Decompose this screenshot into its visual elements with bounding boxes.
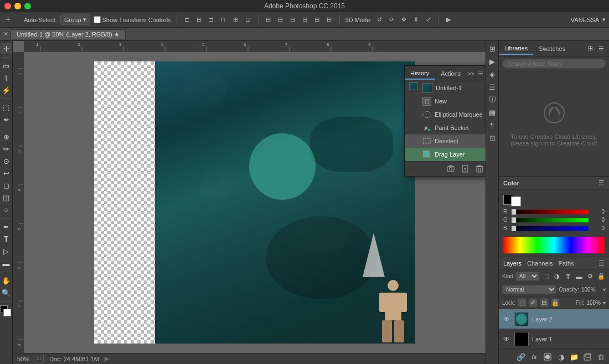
spot-heal-tool[interactable]: ⊕ [1, 131, 12, 142]
layer-visibility-toggle[interactable]: 👁 [502, 315, 511, 324]
r-thumb[interactable] [511, 209, 517, 215]
fill-chevron[interactable]: ▾ [603, 300, 606, 306]
adjustment-filter-icon[interactable]: ◑ [553, 272, 561, 281]
shape-tool[interactable]: ▬ [1, 258, 12, 269]
fx-button[interactable]: fx [529, 352, 539, 362]
style-icon[interactable]: ⊡ [487, 132, 498, 143]
pixel-filter-icon[interactable]: ⬚ [541, 272, 550, 281]
group-select[interactable]: Group ▾ [60, 14, 90, 25]
tab-channels[interactable]: Channels [527, 260, 553, 267]
history-item-new[interactable]: ☐ New [405, 95, 486, 108]
path-select-tool[interactable]: ▷ [1, 246, 12, 257]
b-thumb[interactable] [511, 225, 517, 232]
maximize-button[interactable] [24, 3, 31, 9]
clone-tool[interactable]: ⊙ [1, 155, 12, 167]
zoom-icon[interactable]: ⛶ [35, 355, 44, 363]
history-item-drag[interactable]: Drag Layer [405, 148, 486, 161]
history-item-paint[interactable]: Paint Bucket [405, 121, 486, 134]
r-slider[interactable] [511, 210, 589, 214]
align-center-h-icon[interactable]: ⊟ [195, 15, 204, 24]
new-group-button[interactable]: 📁 [569, 352, 579, 362]
panel-options-icon[interactable]: ☰ [477, 70, 484, 77]
align-right-icon[interactable]: ⊐ [207, 15, 216, 24]
ocean-layer[interactable] [155, 61, 415, 344]
layer-item[interactable]: 👁 Layer 1 [499, 329, 609, 349]
fg-bg-colors[interactable] [0, 305, 12, 318]
list-view-icon[interactable]: ☰ [597, 44, 606, 53]
layer-visibility-toggle[interactable]: 👁 [502, 335, 511, 344]
pen-tool[interactable]: ✒ [1, 221, 12, 232]
dodge-tool[interactable]: ○ [1, 204, 12, 215]
move-tool[interactable]: ✛ [1, 43, 12, 54]
adjustments-icon[interactable]: ◈ [487, 69, 498, 80]
history-item-deselect[interactable]: Deselect [405, 134, 486, 148]
delete-layer-button[interactable]: 🗑 [596, 352, 606, 362]
doc-close-icon[interactable]: ✕ [3, 30, 8, 38]
channels-icon[interactable]: ☰ [487, 81, 498, 92]
background-color[interactable] [3, 309, 11, 316]
new-adjustment-button[interactable]: ◑ [556, 352, 566, 362]
color-spectrum-bar[interactable] [503, 237, 605, 253]
search-input[interactable] [502, 59, 606, 69]
distribute-middle-icon[interactable]: ⊟ [313, 15, 322, 24]
tab-actions[interactable]: Actions [435, 68, 467, 79]
distribute-bottom-icon[interactable]: ⊟ [325, 15, 334, 24]
new-snapshot-button[interactable] [446, 164, 456, 174]
history-item-source[interactable]: Untitled-1 [405, 81, 486, 95]
blend-mode-select[interactable]: Normal [502, 285, 556, 294]
tab-layers[interactable]: Layers [503, 260, 522, 267]
align-left-icon[interactable]: ⊏ [183, 15, 192, 24]
distribute-right-icon[interactable]: ⊟ [288, 15, 297, 24]
3d-roll-icon[interactable]: ⟳ [387, 15, 396, 24]
marquee-tool[interactable]: ▭ [1, 60, 12, 71]
canvas-document[interactable] [94, 61, 415, 344]
color-panel-menu[interactable]: ☰ [598, 179, 605, 187]
distribute-center-icon[interactable]: ⊟ [276, 15, 285, 24]
histogram-icon[interactable]: ▦ [487, 107, 498, 118]
3d-slide-icon[interactable]: ⇕ [411, 15, 420, 24]
video-icon[interactable]: ▶ [444, 15, 453, 24]
tab-paths[interactable]: Paths [559, 260, 574, 267]
distribute-left-icon[interactable]: ⊟ [264, 15, 273, 24]
align-middle-icon[interactable]: ⊞ [231, 15, 240, 24]
gradient-tool[interactable]: ◫ [1, 192, 12, 203]
3d-pan-icon[interactable]: ✥ [399, 15, 408, 24]
b-slider[interactable] [511, 226, 589, 231]
background-swatch[interactable] [511, 196, 521, 206]
3d-scale-icon[interactable]: ⤢ [424, 15, 432, 24]
move-tool-icon[interactable]: ✛ [3, 15, 12, 24]
g-slider[interactable] [511, 218, 589, 222]
play-icon[interactable]: ▶ [487, 56, 498, 67]
show-transform-checkbox[interactable] [94, 16, 101, 23]
opacity-chevron[interactable]: ▾ [603, 287, 606, 293]
hand-tool[interactable]: ✋ [1, 275, 12, 286]
magic-wand-tool[interactable]: ⚡ [1, 85, 12, 96]
lasso-tool[interactable]: ⌇ [1, 72, 12, 84]
zoom-tool[interactable]: 🔍 [1, 287, 12, 298]
tab-swatches[interactable]: Swatches [533, 43, 571, 54]
history-item-marquee[interactable]: Elliptical Marquee [405, 108, 486, 121]
close-button[interactable] [4, 3, 11, 9]
smart-filter-icon[interactable]: ⚙ [586, 272, 595, 281]
text-tool[interactable]: T [1, 233, 12, 245]
brush-tool[interactable]: ✏ [1, 143, 12, 154]
paragraph-icon[interactable]: ¶ [487, 119, 498, 131]
align-top-icon[interactable]: ⊓ [219, 15, 228, 24]
create-doc-button[interactable] [460, 164, 470, 174]
g-thumb[interactable] [511, 217, 517, 223]
libraries-icon[interactable]: ⊞ [487, 43, 498, 54]
add-mask-button[interactable] [543, 352, 553, 362]
link-layers-button[interactable]: 🔗 [516, 352, 526, 362]
panel-menu-icon[interactable]: >> [467, 70, 474, 77]
lock-all-button[interactable]: 🔒 [551, 298, 560, 307]
eraser-tool[interactable]: ◻ [1, 180, 12, 191]
lock-position-button[interactable]: ✐ [529, 298, 538, 307]
lock-pixels-button[interactable]: ⬚ [518, 298, 527, 307]
tab-history[interactable]: History [405, 67, 435, 80]
type-filter-icon[interactable]: T [564, 272, 572, 281]
layer-item[interactable]: 👁 Layer 2 [499, 309, 609, 329]
crop-tool[interactable]: ⬚ [1, 102, 12, 113]
3d-rotate-icon[interactable]: ↺ [375, 15, 384, 24]
doc-tab[interactable]: Untitled-1 @ 50% (Layer 2, RGB/8) ★ [11, 29, 126, 39]
eyedropper-tool[interactable]: ✒ [1, 114, 12, 125]
